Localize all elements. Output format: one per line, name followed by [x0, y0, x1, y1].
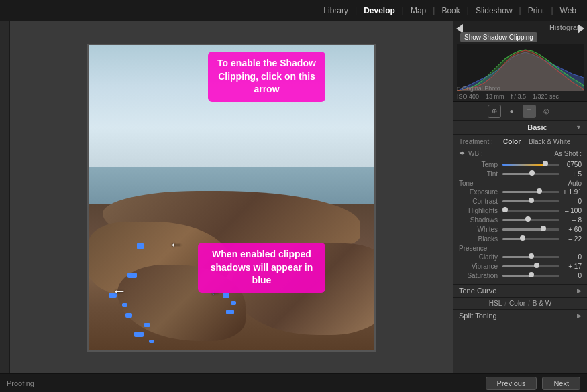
vibrance-slider[interactable]: [502, 265, 559, 267]
saturation-slider[interactable]: [502, 275, 559, 277]
saturation-slider-row: Saturation 0: [459, 272, 582, 279]
vibrance-label: Vibrance: [459, 263, 498, 270]
exposure-label: Exposure: [459, 188, 498, 196]
tool-graduated[interactable]: ◎: [540, 105, 553, 118]
shadow-clipping-annotation: To enable the Shadow Clipping, click on …: [208, 52, 325, 102]
nav-web[interactable]: Web: [556, 5, 580, 17]
whites-slider[interactable]: [502, 228, 559, 231]
wb-label: WB :: [468, 150, 488, 157]
nav-items: Library | Develop | Map | Book | Slidesh…: [319, 5, 580, 17]
tool-icons-bar: ⊕ ● □ ◎: [453, 102, 587, 121]
basic-label: Basic: [527, 123, 547, 131]
split-toning-icon: ▶: [577, 312, 582, 319]
tint-value: + 5: [562, 170, 582, 178]
nav-library[interactable]: Library: [319, 5, 352, 17]
highlights-value: – 100: [562, 207, 582, 214]
bottom-bar: Proofing Previous Next: [0, 373, 587, 392]
highlights-slider-row: Highlights – 100: [459, 207, 582, 214]
basic-panel: Treatment : Color Black & White ✒ WB : A…: [453, 135, 587, 284]
whites-slider-row: Whites + 60: [459, 226, 582, 233]
shadows-slider-row: Shadows – 8: [459, 216, 582, 224]
nav-map[interactable]: Map: [407, 5, 430, 17]
highlight-clipping-arrow[interactable]: [578, 24, 584, 34]
tone-auto-btn[interactable]: Auto: [568, 180, 582, 187]
previous-button[interactable]: Previous: [486, 377, 537, 390]
contrast-slider[interactable]: [502, 200, 559, 202]
center-area: ← ← ← To enable the Shadow Clipping, cli…: [10, 21, 453, 373]
tint-label: Tint: [459, 170, 498, 178]
highlights-slider[interactable]: [502, 210, 559, 212]
next-button[interactable]: Next: [542, 377, 580, 390]
histogram-graph: [457, 44, 584, 91]
treatment-bw-btn[interactable]: Black & White: [525, 137, 574, 146]
nav-print[interactable]: Print: [524, 5, 549, 17]
left-panel: [0, 21, 10, 373]
nav-book[interactable]: Book: [437, 5, 464, 17]
blue-clipping-dot: [127, 273, 137, 278]
vibrance-slider-row: Vibrance + 17: [459, 263, 582, 270]
shadows-slider[interactable]: [502, 219, 559, 221]
tone-curve-label: Tone Curve: [459, 287, 496, 295]
blue-shadow-annotation: When enabled clipped shadows will appear…: [198, 243, 325, 293]
blue-clipping-dot: [122, 303, 127, 307]
split-toning-section[interactable]: Split Toning ▶: [453, 309, 587, 322]
blue-clipping-dot: [134, 332, 144, 337]
blue-clipping-dot: [231, 301, 236, 305]
clarity-slider-row: Clarity 0: [459, 253, 582, 261]
clarity-label: Clarity: [459, 253, 498, 261]
temp-slider-row: Temp 6750: [459, 161, 582, 168]
saturation-label: Saturation: [459, 272, 498, 279]
treatment-row: Treatment : Color Black & White: [459, 137, 582, 146]
top-navigation: Library | Develop | Map | Book | Slidesh…: [0, 0, 587, 21]
presence-label: Presence: [459, 245, 487, 252]
blacks-value: – 22: [562, 235, 582, 243]
vibrance-value: + 17: [562, 263, 582, 270]
exposure-slider[interactable]: [502, 191, 559, 193]
basic-section-header[interactable]: Tone Curve Basic ▼: [453, 121, 587, 135]
nav-develop[interactable]: Develop: [360, 5, 399, 17]
nav-buttons: Previous Next: [486, 377, 580, 390]
exposure-value: + 1.91: [562, 188, 582, 196]
treatment-label: Treatment :: [459, 138, 499, 145]
blacks-slider-row: Blacks – 22: [459, 235, 582, 243]
temp-value: 6750: [562, 161, 582, 168]
blacks-slider[interactable]: [502, 238, 559, 240]
proofing-label: Proofing: [7, 379, 34, 387]
bw-label[interactable]: B & W: [533, 300, 551, 307]
wb-row: ✒ WB : As Shot :: [459, 149, 582, 158]
tint-slider[interactable]: [502, 173, 559, 175]
hsl-row[interactable]: HSL / Color / B & W: [453, 297, 587, 309]
treatment-color-btn[interactable]: Color: [499, 137, 525, 146]
tool-spot[interactable]: ●: [505, 105, 519, 118]
tint-slider-row: Tint + 5: [459, 170, 582, 178]
hsl-label[interactable]: HSL: [489, 300, 502, 307]
exposure-slider-row: Exposure + 1.91: [459, 188, 582, 196]
whites-value: + 60: [562, 226, 582, 233]
shadow-arrow-indicator: ←: [169, 236, 184, 253]
saturation-value: 0: [562, 272, 582, 279]
tone-label: Tone: [459, 180, 474, 187]
presence-header: Presence: [459, 245, 582, 252]
contrast-slider-row: Contrast 0: [459, 198, 582, 205]
tone-curve-icon: ▶: [577, 287, 582, 294]
nav-slideshow[interactable]: Slideshow: [472, 5, 517, 17]
main-layout: ← ← ← To enable the Shadow Clipping, cli…: [0, 21, 587, 373]
tool-crop[interactable]: ⊕: [488, 105, 501, 118]
blue-clipping-dot: [149, 340, 154, 343]
wb-dropper-icon[interactable]: ✒: [459, 149, 466, 158]
tone-curve-section[interactable]: Tone Curve ▶: [453, 284, 587, 297]
right-panel: Histogram Show Shadow Clipping: [453, 21, 587, 373]
shadow-tooltip: Show Shadow Clipping: [460, 32, 537, 42]
blacks-label: Blacks: [459, 235, 498, 243]
shadows-label: Shadows: [459, 216, 498, 224]
blue-clipping-dot: [223, 293, 229, 298]
histogram-section: Histogram Show Shadow Clipping: [453, 21, 587, 102]
temp-slider[interactable]: [502, 164, 559, 166]
shadow-arrow-indicator-2: ←: [112, 283, 127, 300]
contrast-label: Contrast: [459, 198, 498, 205]
split-toning-label: Split Toning: [459, 312, 497, 320]
tool-redeye[interactable]: □: [523, 105, 536, 118]
wb-value[interactable]: As Shot :: [554, 150, 582, 157]
color-label[interactable]: Color: [509, 300, 525, 307]
clarity-slider[interactable]: [502, 256, 559, 258]
